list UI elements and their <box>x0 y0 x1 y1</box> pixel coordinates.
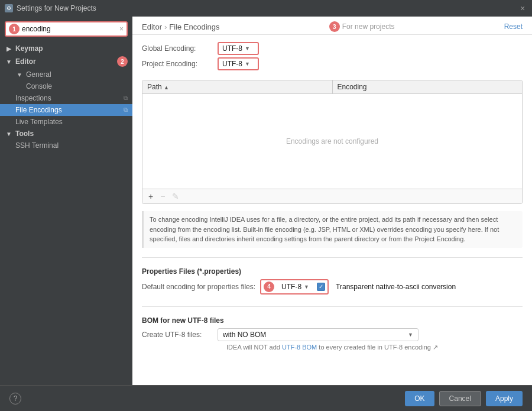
bottom-bar: ? OK Cancel Apply <box>0 385 532 411</box>
properties-encoding-row: Default encoding for properties files: 4… <box>142 279 523 295</box>
global-encoding-row: Global Encoding: UTF-8 ▼ <box>142 42 523 55</box>
table-body: Encodings are not configured <box>142 94 522 189</box>
bottom-actions: OK Cancel Apply <box>405 391 523 406</box>
bom-create-value: with NO BOM <box>223 331 266 339</box>
table-col-encoding: Encoding <box>333 80 523 93</box>
editor-badge-2: 2 <box>117 56 128 67</box>
global-encoding-value: UTF-8 <box>222 44 242 53</box>
sidebar-item-editor[interactable]: ▼ Editor 2 <box>0 54 132 69</box>
select-arrow-icon: ▼ <box>245 61 250 67</box>
for-new-projects-label: 3 For new projects <box>329 21 395 32</box>
sidebar-item-ssh-terminal[interactable]: SSH Terminal <box>0 140 132 151</box>
sidebar-item-label: Live Templates <box>15 118 63 126</box>
bom-info-part2: to every created file in UTF-8 encoding … <box>317 344 438 351</box>
default-enc-label: Default encoding for properties files: <box>142 283 255 291</box>
encodings-table: Path ▲ Encoding Encodings are not config… <box>142 80 523 204</box>
sidebar-item-label: Editor <box>15 57 36 66</box>
table-col-path: Path ▲ <box>142 80 333 93</box>
bom-utf8-link[interactable]: UTF-8 BOM <box>282 344 317 351</box>
sidebar-item-label: Keymap <box>15 44 43 53</box>
sort-icon: ▲ <box>164 85 169 90</box>
select-arrow-icon: ▼ <box>245 46 250 51</box>
sidebar-item-inspections[interactable]: Inspections ⧉ <box>0 92 132 104</box>
copy-icon: ⧉ <box>124 106 128 114</box>
for-new-projects-text: For new projects <box>342 22 395 31</box>
project-encoding-value: UTF-8 <box>222 60 242 68</box>
sidebar-item-live-templates[interactable]: Live Templates <box>0 116 132 128</box>
properties-encoding-select[interactable]: UTF-8 ▼ <box>278 281 313 292</box>
remove-encoding-button[interactable]: − <box>158 191 167 202</box>
breadcrumb-section: File Encodings <box>169 22 219 31</box>
sidebar-item-label: Tools <box>15 130 34 138</box>
close-button[interactable]: × <box>518 4 527 13</box>
breadcrumb-separator: › <box>164 22 167 31</box>
project-encoding-row: Project Encoding: UTF-8 ▼ <box>142 57 523 70</box>
sidebar-item-label: File Encodings <box>15 106 62 114</box>
search-badge-1: 1 <box>9 24 20 34</box>
sidebar-item-file-encodings[interactable]: File Encodings ⧉ <box>0 104 132 116</box>
global-encoding-label: Global Encoding: <box>142 44 213 53</box>
bom-create-row: Create UTF-8 files: with NO BOM ▼ <box>142 328 523 341</box>
sidebar-tree: ▶ Keymap ▼ Editor 2 ▼ General Console <box>0 41 132 385</box>
sidebar-item-label: Console <box>26 82 52 90</box>
copy-icon: ⧉ <box>124 95 128 102</box>
content-header: Editor › File Encodings 3 For new projec… <box>132 17 532 35</box>
select-arrow-icon: ▼ <box>408 332 413 338</box>
cancel-button[interactable]: Cancel <box>439 391 481 406</box>
create-utf8-label: Create UTF-8 files: <box>142 331 213 339</box>
help-button[interactable]: ? <box>9 393 21 404</box>
collapse-icon: ▼ <box>5 130 13 138</box>
search-input-wrap: 1 × <box>5 21 128 37</box>
project-encoding-label: Project Encoding: <box>142 60 213 68</box>
sidebar-item-label: General <box>26 70 51 79</box>
window-title: Settings for New Projects <box>17 4 514 12</box>
table-empty-message: Encodings are not configured <box>286 137 378 145</box>
collapse-icon: ▼ <box>15 70 24 79</box>
divider-1 <box>142 257 523 258</box>
header-badge-3: 3 <box>329 21 340 32</box>
bom-section: BOM for new UTF-8 files Create UTF-8 fil… <box>142 316 523 351</box>
global-encoding-select[interactable]: UTF-8 ▼ <box>218 42 259 55</box>
encoding-settings: Global Encoding: UTF-8 ▼ Project Encodin… <box>142 42 523 73</box>
table-toolbar: + − ✎ <box>142 189 522 203</box>
apply-button[interactable]: Apply <box>486 391 523 406</box>
app-icon: ⚙ <box>5 4 13 12</box>
properties-encoding-value: UTF-8 <box>281 283 301 291</box>
breadcrumb-editor: Editor <box>142 22 162 31</box>
search-clear-button[interactable]: × <box>119 25 124 33</box>
bom-info-part1: IDEA will NOT add <box>226 344 282 351</box>
search-input[interactable] <box>22 25 117 33</box>
transparent-checkbox[interactable]: ✓ <box>317 283 325 291</box>
sidebar-item-label: SSH Terminal <box>15 141 59 150</box>
content-panel: Editor › File Encodings 3 For new projec… <box>132 17 532 385</box>
content-body: Global Encoding: UTF-8 ▼ Project Encodin… <box>132 35 532 385</box>
sidebar-item-keymap[interactable]: ▶ Keymap <box>0 43 132 54</box>
add-encoding-button[interactable]: + <box>146 191 155 202</box>
collapse-icon: ▼ <box>5 57 13 66</box>
encoding-info-text: To change encoding IntelliJ IDEA uses fo… <box>142 211 523 248</box>
sidebar-item-console[interactable]: Console <box>0 80 132 92</box>
properties-section-title: Properties Files (*.properties) <box>142 267 523 276</box>
bom-section-title: BOM for new UTF-8 files <box>142 316 523 325</box>
bom-info-text: IDEA will NOT add UTF-8 BOM to every cre… <box>142 344 523 351</box>
title-bar: ⚙ Settings for New Projects × <box>0 0 532 17</box>
project-encoding-select[interactable]: UTF-8 ▼ <box>218 57 259 70</box>
ok-button[interactable]: OK <box>405 391 434 406</box>
sidebar-item-label: Inspections <box>15 94 51 102</box>
breadcrumb: Editor › File Encodings <box>142 22 220 31</box>
main-layout: 1 × ▶ Keymap ▼ Editor 2 ▼ General <box>0 17 532 385</box>
search-bar: 1 × <box>0 17 132 41</box>
edit-encoding-button[interactable]: ✎ <box>170 191 181 202</box>
expand-icon: ▶ <box>5 44 13 53</box>
transparent-label: Transparent native-to-ascii conversion <box>336 283 456 291</box>
sidebar-item-general[interactable]: ▼ General <box>0 69 132 80</box>
properties-badge-4: 4 <box>264 281 274 292</box>
select-arrow-icon: ▼ <box>304 284 309 290</box>
sidebar-item-tools[interactable]: ▼ Tools <box>0 128 132 140</box>
sidebar: 1 × ▶ Keymap ▼ Editor 2 ▼ General <box>0 17 132 385</box>
bom-create-select[interactable]: with NO BOM ▼ <box>218 328 419 341</box>
table-header: Path ▲ Encoding <box>142 80 522 94</box>
reset-button[interactable]: Reset <box>504 22 523 31</box>
properties-section: Properties Files (*.properties) Default … <box>142 267 523 297</box>
divider-2 <box>142 306 523 307</box>
